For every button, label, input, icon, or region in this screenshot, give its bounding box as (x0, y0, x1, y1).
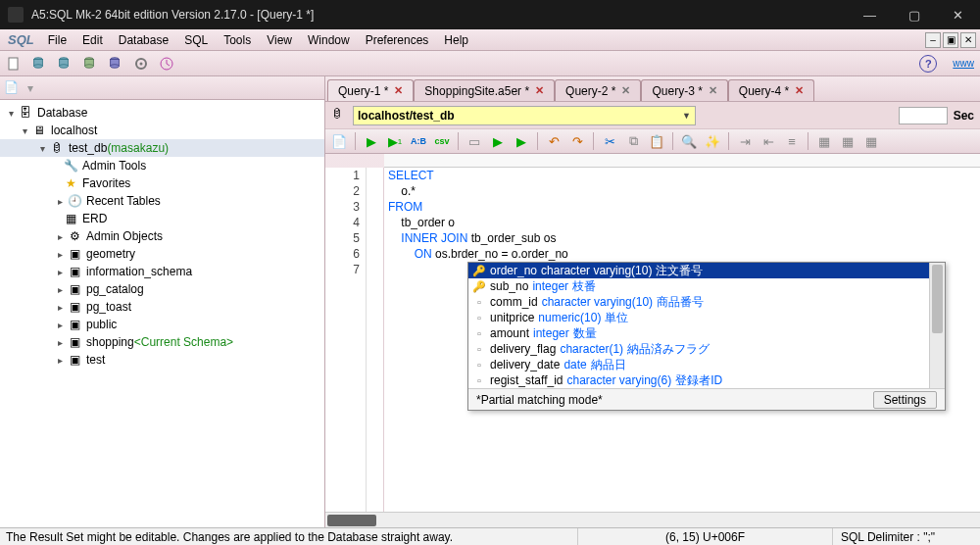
grid3-icon[interactable]: ▦ (863, 133, 879, 149)
autocomplete-mode-label: *Partial matching mode* (476, 393, 603, 407)
tree-item[interactable]: Recent Tables (84, 194, 161, 208)
mdi-minimize-button[interactable]: – (925, 32, 941, 48)
db-icon-3[interactable] (82, 56, 98, 72)
window-close-button[interactable]: ✕ (936, 0, 980, 29)
tree-item[interactable]: Favorites (80, 176, 130, 190)
tab-query-3[interactable]: Query-3 *✕ (641, 79, 727, 101)
ab-icon[interactable]: A:B (411, 133, 426, 149)
autocomplete-item[interactable]: ▫amount integer 数量 (468, 325, 945, 341)
menu-edit[interactable]: Edit (74, 31, 111, 49)
tree-item[interactable]: shopping (84, 335, 134, 349)
menu-preferences[interactable]: Preferences (358, 31, 437, 49)
menu-window[interactable]: Window (300, 31, 358, 49)
tree-item[interactable]: ERD (80, 212, 107, 225)
copy-icon[interactable]: ⧉ (625, 133, 641, 149)
scrollbar-thumb[interactable] (327, 515, 376, 526)
autocomplete-popup[interactable]: 🔑order_no character varying(10) 注文番号 🔑su… (467, 262, 946, 411)
tab-shoppingsite[interactable]: ShoppingSite.a5er *✕ (414, 79, 555, 101)
database-tree[interactable]: ▾🗄Database ▾🖥localhost ▾🛢test_db (masaka… (0, 100, 324, 527)
db-icon-1[interactable] (31, 56, 47, 72)
tree-server[interactable]: localhost (49, 124, 97, 137)
db-icon-2[interactable] (57, 56, 73, 72)
menu-view[interactable]: View (259, 31, 300, 49)
grid2-icon[interactable]: ▦ (840, 133, 856, 149)
search-icon[interactable]: 🔍 (681, 133, 697, 149)
mdi-close-button[interactable]: ✕ (960, 32, 976, 48)
format-icon[interactable]: ≡ (784, 133, 800, 149)
autocomplete-item[interactable]: 🔑sub_no integer 枝番 (468, 278, 945, 294)
autocomplete-settings-button[interactable]: Settings (873, 391, 937, 409)
autocomplete-item[interactable]: ▫regist_staff_id character varying(6) 登録… (468, 372, 945, 388)
clock-icon[interactable] (159, 56, 174, 72)
menu-file[interactable]: File (40, 31, 74, 49)
key-icon: 🔑 (472, 280, 486, 293)
grid1-icon[interactable]: ▦ (816, 133, 832, 149)
new-file-icon[interactable] (6, 56, 22, 72)
indent-icon[interactable]: ⇥ (737, 133, 753, 149)
tree-item[interactable]: information_schema (84, 265, 192, 278)
gear-icon[interactable] (133, 56, 149, 72)
tab-close-icon[interactable]: ✕ (535, 84, 544, 97)
play2-icon[interactable]: ▶ (514, 133, 529, 149)
tab-close-icon[interactable]: ✕ (795, 84, 804, 97)
tab-close-icon[interactable]: ✕ (621, 84, 630, 97)
autocomplete-item[interactable]: ▫delivery_date date 納品日 (468, 357, 945, 372)
wand-icon[interactable]: ✨ (705, 133, 720, 149)
menubar: SQL File Edit Database SQL Tools View Wi… (0, 29, 980, 51)
autocomplete-footer: *Partial matching mode* Settings (468, 388, 945, 410)
tree-item[interactable]: geometry (84, 247, 135, 261)
tab-label: Query-3 * (652, 84, 702, 98)
www-link[interactable]: www (947, 58, 974, 69)
window-title: A5:SQL Mk-2 64bit edition Version 2.17.0… (31, 8, 848, 22)
code-editor[interactable]: 1234567 SELECT o.* FROM tb_order o INNER… (325, 168, 980, 512)
tools-icon: 🔧 (63, 159, 78, 173)
play-icon[interactable]: ▶ (490, 133, 506, 149)
db-icon-4[interactable] (108, 56, 123, 72)
tree-item[interactable]: pg_catalog (84, 282, 144, 296)
run-step-icon[interactable]: ▶1 (387, 133, 403, 149)
erd-icon: ▦ (63, 212, 78, 225)
help-button[interactable]: ? (919, 55, 937, 73)
autocomplete-scrollbar[interactable] (929, 263, 945, 388)
db-selector-dropdown[interactable]: localhost/test_db ▼ (353, 106, 696, 125)
paste-icon[interactable]: 📋 (649, 133, 664, 149)
cut-icon[interactable]: ✂ (602, 133, 617, 149)
scrollbar-thumb[interactable] (932, 265, 943, 333)
schema-icon: ▣ (67, 300, 82, 314)
tab-label: ShoppingSite.a5er * (424, 84, 529, 98)
window-maximize-button[interactable]: ▢ (892, 0, 936, 29)
mdi-restore-button[interactable]: ▣ (943, 32, 958, 48)
outdent-icon[interactable]: ⇤ (760, 133, 776, 149)
tree-db[interactable]: test_db (67, 141, 107, 155)
autocomplete-list[interactable]: 🔑order_no character varying(10) 注文番号 🔑su… (468, 263, 945, 388)
redo-icon[interactable]: ↷ (569, 133, 585, 149)
tab-query-4[interactable]: Query-4 *✕ (728, 79, 814, 101)
tab-close-icon[interactable]: ✕ (709, 84, 717, 97)
window-minimize-button[interactable]: — (848, 0, 892, 29)
sec-field[interactable] (899, 107, 948, 124)
run-icon[interactable]: ▶ (364, 133, 379, 149)
tree-item[interactable]: Admin Objects (84, 229, 163, 243)
tab-query-1[interactable]: Query-1 *✕ (327, 79, 414, 101)
tree-item[interactable]: public (84, 318, 117, 331)
menu-sql[interactable]: SQL (176, 31, 216, 49)
undo-icon[interactable]: ↶ (546, 133, 562, 149)
csv-icon[interactable]: csv (434, 133, 450, 149)
editor-horizontal-scrollbar[interactable] (325, 512, 980, 527)
menu-tools[interactable]: Tools (216, 31, 259, 49)
tree-item[interactable]: pg_toast (84, 300, 131, 314)
tree-item[interactable]: Admin Tools (80, 159, 146, 173)
rect-icon[interactable]: ▭ (466, 133, 482, 149)
autocomplete-item[interactable]: ▫delivery_flag character(1) 納品済みフラグ (468, 341, 945, 357)
tree-item[interactable]: test (84, 353, 105, 367)
tab-close-icon[interactable]: ✕ (394, 84, 403, 97)
autocomplete-item[interactable]: ▫unitprice numeric(10) 単位 (468, 310, 945, 325)
menu-help[interactable]: Help (436, 31, 476, 49)
menu-database[interactable]: Database (111, 31, 176, 49)
autocomplete-item[interactable]: 🔑order_no character varying(10) 注文番号 (468, 263, 945, 278)
autocomplete-item[interactable]: ▫comm_id character varying(10) 商品番号 (468, 294, 945, 310)
tree-new-icon[interactable]: 📄 (4, 80, 20, 96)
tree-root[interactable]: Database (35, 106, 87, 120)
file-icon[interactable]: 📄 (331, 133, 347, 149)
tab-query-2[interactable]: Query-2 *✕ (555, 79, 641, 101)
